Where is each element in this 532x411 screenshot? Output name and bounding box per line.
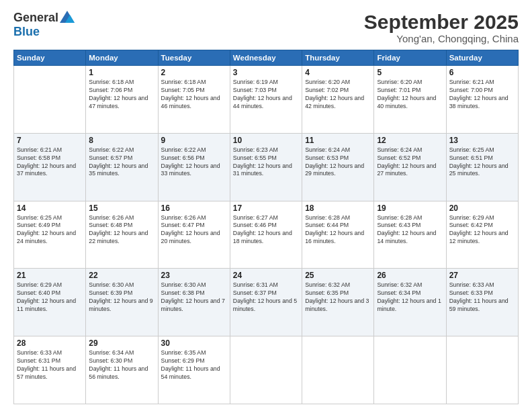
table-row: 26Sunrise: 6:32 AM Sunset: 6:34 PM Dayli… xyxy=(374,269,446,336)
day-number: 27 xyxy=(449,271,515,280)
day-number: 13 xyxy=(449,136,515,145)
day-number: 19 xyxy=(377,203,443,213)
calendar-week-row: 14Sunrise: 6:25 AM Sunset: 6:49 PM Dayli… xyxy=(14,201,519,269)
day-number: 5 xyxy=(377,68,443,77)
logo-icon xyxy=(60,11,75,23)
day-number: 4 xyxy=(305,68,371,77)
table-row: 8Sunrise: 6:22 AM Sunset: 6:57 PM Daylig… xyxy=(86,133,158,201)
day-info: Sunrise: 6:22 AM Sunset: 6:56 PM Dayligh… xyxy=(161,146,227,179)
table-row: 27Sunrise: 6:33 AM Sunset: 6:33 PM Dayli… xyxy=(446,269,518,336)
table-row: 13Sunrise: 6:25 AM Sunset: 6:51 PM Dayli… xyxy=(446,133,518,201)
day-number: 9 xyxy=(161,136,227,145)
calendar-week-row: 7Sunrise: 6:21 AM Sunset: 6:58 PM Daylig… xyxy=(14,133,519,201)
day-info: Sunrise: 6:20 AM Sunset: 7:01 PM Dayligh… xyxy=(377,79,443,111)
day-number: 18 xyxy=(305,203,371,213)
table-row: 24Sunrise: 6:31 AM Sunset: 6:37 PM Dayli… xyxy=(230,269,302,336)
col-friday: Friday xyxy=(374,50,446,66)
table-row: 4Sunrise: 6:20 AM Sunset: 7:02 PM Daylig… xyxy=(302,66,374,134)
table-row: 29Sunrise: 6:34 AM Sunset: 6:30 PM Dayli… xyxy=(86,336,158,404)
table-row: 3Sunrise: 6:19 AM Sunset: 7:03 PM Daylig… xyxy=(230,66,302,134)
day-info: Sunrise: 6:30 AM Sunset: 6:38 PM Dayligh… xyxy=(161,281,227,314)
day-number: 15 xyxy=(89,203,154,213)
day-info: Sunrise: 6:33 AM Sunset: 6:33 PM Dayligh… xyxy=(449,281,515,314)
day-number: 30 xyxy=(161,338,227,348)
day-info: Sunrise: 6:18 AM Sunset: 7:06 PM Dayligh… xyxy=(89,79,154,111)
table-row: 11Sunrise: 6:24 AM Sunset: 6:53 PM Dayli… xyxy=(302,133,374,201)
day-number: 28 xyxy=(17,338,83,348)
day-number: 11 xyxy=(305,136,371,145)
col-monday: Monday xyxy=(86,50,158,66)
day-info: Sunrise: 6:26 AM Sunset: 6:48 PM Dayligh… xyxy=(89,214,154,246)
table-row xyxy=(302,336,374,404)
day-info: Sunrise: 6:31 AM Sunset: 6:37 PM Dayligh… xyxy=(233,281,299,314)
table-row: 2Sunrise: 6:18 AM Sunset: 7:05 PM Daylig… xyxy=(158,66,230,134)
day-info: Sunrise: 6:24 AM Sunset: 6:53 PM Dayligh… xyxy=(305,146,371,179)
day-number: 7 xyxy=(17,136,83,145)
day-number: 12 xyxy=(377,136,443,145)
month-title: September 2025 xyxy=(364,11,519,33)
logo-general: General xyxy=(13,11,58,25)
logo-blue: Blue xyxy=(13,25,40,38)
table-row xyxy=(446,336,518,404)
table-row: 19Sunrise: 6:28 AM Sunset: 6:43 PM Dayli… xyxy=(374,201,446,269)
table-row: 21Sunrise: 6:29 AM Sunset: 6:40 PM Dayli… xyxy=(14,269,86,336)
day-info: Sunrise: 6:23 AM Sunset: 6:55 PM Dayligh… xyxy=(233,146,299,179)
title-block: September 2025 Yong'an, Chongqing, China xyxy=(364,11,519,44)
day-info: Sunrise: 6:30 AM Sunset: 6:39 PM Dayligh… xyxy=(89,281,154,314)
table-row: 9Sunrise: 6:22 AM Sunset: 6:56 PM Daylig… xyxy=(158,133,230,201)
day-number: 22 xyxy=(89,271,154,280)
calendar-week-row: 1Sunrise: 6:18 AM Sunset: 7:06 PM Daylig… xyxy=(14,66,519,134)
col-saturday: Saturday xyxy=(446,50,518,66)
day-number: 14 xyxy=(17,203,83,213)
calendar-week-row: 21Sunrise: 6:29 AM Sunset: 6:40 PM Dayli… xyxy=(14,269,519,336)
col-thursday: Thursday xyxy=(302,50,374,66)
day-info: Sunrise: 6:33 AM Sunset: 6:31 PM Dayligh… xyxy=(17,349,83,381)
calendar-header-row: Sunday Monday Tuesday Wednesday Thursday… xyxy=(14,50,519,66)
logo: General Blue xyxy=(13,11,75,39)
table-row: 5Sunrise: 6:20 AM Sunset: 7:01 PM Daylig… xyxy=(374,66,446,134)
table-row: 28Sunrise: 6:33 AM Sunset: 6:31 PM Dayli… xyxy=(14,336,86,404)
table-row: 10Sunrise: 6:23 AM Sunset: 6:55 PM Dayli… xyxy=(230,133,302,201)
day-info: Sunrise: 6:25 AM Sunset: 6:49 PM Dayligh… xyxy=(17,214,83,246)
table-row: 12Sunrise: 6:24 AM Sunset: 6:52 PM Dayli… xyxy=(374,133,446,201)
table-row: 7Sunrise: 6:21 AM Sunset: 6:58 PM Daylig… xyxy=(14,133,86,201)
table-row: 30Sunrise: 6:35 AM Sunset: 6:29 PM Dayli… xyxy=(158,336,230,404)
table-row: 15Sunrise: 6:26 AM Sunset: 6:48 PM Dayli… xyxy=(86,201,158,269)
table-row xyxy=(230,336,302,404)
col-sunday: Sunday xyxy=(14,50,86,66)
day-number: 24 xyxy=(233,271,299,280)
day-info: Sunrise: 6:21 AM Sunset: 7:00 PM Dayligh… xyxy=(449,79,515,111)
table-row: 22Sunrise: 6:30 AM Sunset: 6:39 PM Dayli… xyxy=(86,269,158,336)
day-number: 17 xyxy=(233,203,299,213)
calendar-week-row: 28Sunrise: 6:33 AM Sunset: 6:31 PM Dayli… xyxy=(14,336,519,404)
day-info: Sunrise: 6:28 AM Sunset: 6:44 PM Dayligh… xyxy=(305,214,371,246)
day-number: 16 xyxy=(161,203,227,213)
day-number: 25 xyxy=(305,271,371,280)
day-info: Sunrise: 6:19 AM Sunset: 7:03 PM Dayligh… xyxy=(233,79,299,111)
day-number: 20 xyxy=(449,203,515,213)
day-info: Sunrise: 6:25 AM Sunset: 6:51 PM Dayligh… xyxy=(449,146,515,179)
day-number: 21 xyxy=(17,271,83,280)
table-row: 14Sunrise: 6:25 AM Sunset: 6:49 PM Dayli… xyxy=(14,201,86,269)
table-row xyxy=(14,66,86,134)
day-number: 10 xyxy=(233,136,299,145)
table-row: 18Sunrise: 6:28 AM Sunset: 6:44 PM Dayli… xyxy=(302,201,374,269)
location: Yong'an, Chongqing, China xyxy=(364,33,519,44)
col-wednesday: Wednesday xyxy=(230,50,302,66)
day-info: Sunrise: 6:22 AM Sunset: 6:57 PM Dayligh… xyxy=(89,146,154,179)
day-number: 23 xyxy=(161,271,227,280)
table-row: 16Sunrise: 6:26 AM Sunset: 6:47 PM Dayli… xyxy=(158,201,230,269)
day-info: Sunrise: 6:27 AM Sunset: 6:46 PM Dayligh… xyxy=(233,214,299,246)
table-row: 17Sunrise: 6:27 AM Sunset: 6:46 PM Dayli… xyxy=(230,201,302,269)
day-info: Sunrise: 6:32 AM Sunset: 6:34 PM Dayligh… xyxy=(377,281,443,314)
day-info: Sunrise: 6:32 AM Sunset: 6:35 PM Dayligh… xyxy=(305,281,371,314)
calendar-table: Sunday Monday Tuesday Wednesday Thursday… xyxy=(13,50,519,404)
day-info: Sunrise: 6:34 AM Sunset: 6:30 PM Dayligh… xyxy=(89,349,154,381)
day-info: Sunrise: 6:29 AM Sunset: 6:40 PM Dayligh… xyxy=(17,281,83,314)
day-info: Sunrise: 6:35 AM Sunset: 6:29 PM Dayligh… xyxy=(161,349,227,381)
day-number: 6 xyxy=(449,68,515,77)
day-number: 8 xyxy=(89,136,154,145)
day-info: Sunrise: 6:26 AM Sunset: 6:47 PM Dayligh… xyxy=(161,214,227,246)
day-info: Sunrise: 6:18 AM Sunset: 7:05 PM Dayligh… xyxy=(161,79,227,111)
table-row: 23Sunrise: 6:30 AM Sunset: 6:38 PM Dayli… xyxy=(158,269,230,336)
